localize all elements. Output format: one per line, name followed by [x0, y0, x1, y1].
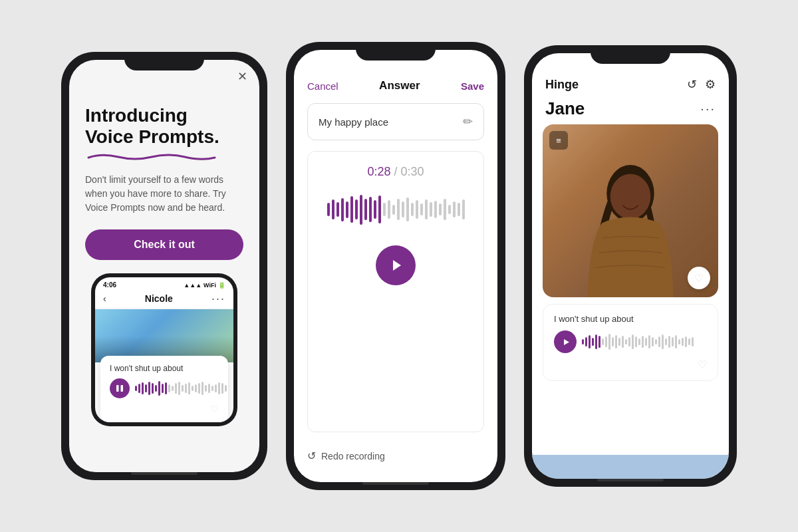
heart-icon[interactable]: ♡	[110, 404, 219, 414]
phone-1: ✕ Introducing Voice Prompts. Don't limit…	[61, 52, 267, 480]
redo-label: Redo recording	[321, 451, 385, 462]
bottom-action-bar	[532, 455, 729, 479]
voice-card-label: I won't shut up about	[554, 314, 707, 324]
save-button[interactable]: Save	[461, 80, 484, 92]
prompt-input-box[interactable]: My happy place ✏	[307, 103, 484, 140]
photo-options-icon[interactable]: ≡	[549, 131, 568, 150]
svg-marker-5	[564, 339, 569, 345]
redo-icon: ↺	[307, 450, 316, 462]
intro-title: Introducing Voice Prompts.	[85, 105, 243, 148]
intro-body-text: Don't limit yourself to a few words when…	[85, 173, 243, 215]
home-bar-1	[131, 472, 198, 475]
play-button[interactable]	[376, 245, 416, 285]
voice-waveform	[582, 332, 707, 351]
filter-icon[interactable]: ⚙	[705, 77, 716, 92]
photo-heart-button[interactable]: ♡	[688, 267, 710, 289]
jane-name: Jane	[545, 98, 585, 119]
phone-2: Cancel Answer Save My happy place ✏ 0:28…	[286, 42, 505, 490]
hinge-header: Hinge ↺ ⚙	[543, 77, 718, 92]
phone-3: Hinge ↺ ⚙ Jane ···	[524, 45, 737, 487]
answer-header: Cancel Answer Save	[307, 79, 484, 92]
voice-heart-button[interactable]: ♡	[554, 358, 707, 371]
phone-notch-3	[591, 45, 670, 64]
svg-rect-1	[121, 385, 124, 392]
check-it-out-button[interactable]: Check it out	[85, 229, 243, 260]
options-button[interactable]: ···	[700, 101, 716, 116]
audio-card-label: I won't shut up about	[110, 364, 219, 373]
home-bar-3	[597, 479, 664, 481]
close-button[interactable]: ✕	[237, 69, 247, 84]
pause-button[interactable]	[110, 378, 130, 398]
answer-title: Answer	[379, 79, 420, 92]
nested-nav: ‹ Nicole ···	[95, 290, 233, 309]
jane-header: Jane ···	[543, 98, 718, 124]
nested-status-bar: 4:06 ▲▲▲ WiFi 🔋	[95, 277, 233, 290]
underline-decoration	[85, 152, 218, 161]
big-waveform	[321, 190, 470, 229]
voice-play-button[interactable]	[554, 331, 577, 353]
voice-card: I won't shut up about	[543, 304, 718, 381]
prompt-text: My happy place	[319, 116, 463, 128]
svg-rect-0	[116, 385, 119, 392]
jane-profile-photo: ≡ ♡	[543, 124, 718, 297]
cancel-button[interactable]: Cancel	[307, 80, 338, 92]
redo-recording-button[interactable]: ↺ Redo recording	[307, 443, 484, 469]
svg-marker-2	[393, 260, 401, 271]
phone-notch-1	[124, 52, 204, 70]
edit-icon[interactable]: ✏	[463, 114, 473, 129]
audio-waveform-row	[110, 378, 219, 398]
voice-waveform-row	[554, 331, 707, 353]
audio-card-preview: I won't shut up about	[100, 356, 228, 422]
refresh-icon[interactable]: ↺	[687, 77, 697, 92]
timer-display: 0:28 / 0:30	[367, 165, 424, 179]
home-bar-2	[362, 482, 429, 485]
nested-phone-preview: 4:06 ▲▲▲ WiFi 🔋 ‹ Nicole ···	[91, 273, 237, 426]
nested-profile-photo	[95, 309, 233, 362]
hinge-logo: Hinge	[545, 78, 579, 92]
svg-point-4	[610, 174, 651, 219]
hinge-header-icons: ↺ ⚙	[687, 77, 716, 92]
recording-box: 0:28 / 0:30	[307, 151, 484, 432]
phone-notch-2	[356, 42, 436, 61]
waveform-display	[135, 380, 227, 396]
